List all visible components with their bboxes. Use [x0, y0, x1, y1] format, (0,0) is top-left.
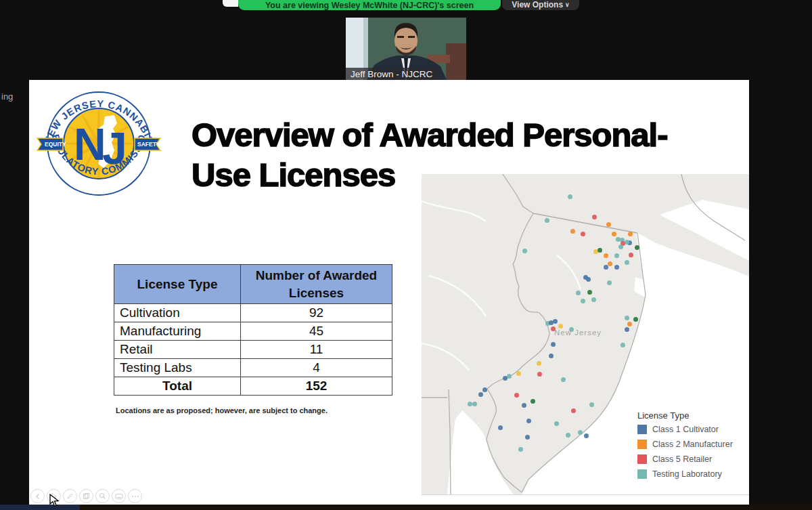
- license-dot: [608, 261, 612, 266]
- zoom-button[interactable]: [95, 489, 110, 503]
- equity-ribbon: EQUITY: [37, 138, 66, 150]
- license-dot: [607, 280, 612, 285]
- license-dot: [531, 399, 535, 404]
- license-dot: [614, 265, 619, 270]
- cell-license-type: Cultivation: [114, 304, 241, 322]
- license-dot: [472, 402, 477, 406]
- mouse-cursor: [49, 494, 60, 507]
- cell-count: 11: [241, 341, 392, 359]
- license-dot: [625, 316, 629, 320]
- license-dot: [628, 232, 633, 236]
- cell-license-type: Manufacturing: [114, 322, 241, 341]
- license-dot: [578, 430, 583, 435]
- license-dot: [551, 342, 556, 347]
- license-dot: [503, 376, 508, 381]
- slides-button[interactable]: [112, 489, 126, 503]
- state-label: New Jersey: [554, 328, 635, 337]
- legend-swatch: [637, 440, 647, 449]
- annotate-button[interactable]: [63, 489, 77, 503]
- license-dot: [498, 425, 503, 430]
- license-dot: [592, 215, 597, 219]
- license-dot: [551, 326, 556, 331]
- cell-license-type: Testing Labs: [114, 359, 241, 377]
- license-dot: [570, 229, 575, 234]
- license-dot: [629, 253, 633, 257]
- license-dot: [635, 245, 639, 250]
- license-dot: [606, 222, 611, 227]
- screen-share-banner: You are viewing Wesley McWhite (NJ-CRC)'…: [238, 0, 501, 10]
- clipped-side-label: ing: [1, 91, 13, 102]
- license-dot: [581, 232, 585, 236]
- license-dot: [591, 297, 596, 302]
- table-row: Cultivation92: [114, 304, 392, 322]
- license-dot: [482, 387, 487, 392]
- license-dot: [625, 260, 629, 265]
- license-dot: [597, 248, 602, 253]
- legend-item: Testing Laboratory: [637, 469, 733, 479]
- license-dot: [569, 327, 574, 332]
- license-map: New Jersey License Type Class 1 Cultivat…: [422, 174, 749, 495]
- license-table: License Type Number of Awarded Licenses …: [114, 264, 392, 396]
- license-dot: [554, 421, 559, 426]
- license-dot: [604, 265, 608, 270]
- magnifier-icon: [99, 492, 106, 500]
- license-dot: [627, 322, 632, 326]
- bottom-strip-accent: [0, 505, 80, 510]
- shared-slide: N J NEW JERSEY CANNABIS REGULATORY COMMI…: [29, 80, 749, 505]
- view-options-button[interactable]: View Options∨: [502, 0, 579, 10]
- license-dot: [526, 419, 531, 423]
- cell-count: 92: [241, 304, 392, 322]
- participant-name-tag: Jeff Brown - NJCRC: [346, 68, 438, 81]
- license-dot: [522, 403, 526, 408]
- back-icon: [35, 493, 41, 500]
- license-dot: [553, 319, 558, 324]
- license-dot: [584, 433, 589, 438]
- cell-license-type: Retail: [114, 341, 241, 359]
- license-dot: [571, 408, 576, 413]
- license-dot: [525, 435, 530, 440]
- license-dot: [522, 249, 527, 253]
- license-dot: [478, 392, 483, 397]
- view-options-label: View Options: [512, 0, 563, 9]
- license-dot: [589, 402, 594, 407]
- njcrc-logo: N J NEW JERSEY CANNABIS REGULATORY COMMI…: [36, 88, 162, 205]
- license-dot: [537, 361, 541, 366]
- table-total-row: Total152: [114, 377, 392, 396]
- license-dot: [561, 377, 566, 382]
- toolbar-notch: [223, 0, 238, 7]
- license-dot: [545, 218, 549, 223]
- participant-video[interactable]: Jeff Brown - NJCRC: [346, 18, 466, 81]
- cell-count: 45: [241, 322, 392, 341]
- chevron-down-icon: ∨: [565, 1, 570, 8]
- license-dot: [612, 232, 616, 236]
- legend-item: Class 2 Manufacturer: [637, 440, 733, 449]
- license-dot: [616, 237, 621, 242]
- license-dot: [621, 343, 625, 347]
- license-dot: [516, 371, 521, 376]
- annotation-toolbar: [30, 489, 142, 503]
- license-dot: [625, 327, 629, 332]
- cell-total-label: Total: [114, 377, 241, 396]
- license-dot: [586, 277, 591, 282]
- legend-item: Class 1 Cultivator: [637, 425, 733, 434]
- legend-label: Class 2 Manufacturer: [652, 440, 733, 449]
- safety-ribbon: SAFETY: [135, 138, 160, 150]
- copy-icon: [83, 492, 90, 500]
- license-dot: [514, 393, 519, 398]
- legend-label: Class 5 Retailer: [652, 454, 712, 464]
- back-button[interactable]: [30, 489, 45, 503]
- license-dot: [625, 240, 629, 245]
- more-button[interactable]: [128, 489, 142, 503]
- table-row: Retail11: [114, 341, 392, 359]
- license-dot: [587, 290, 592, 295]
- license-dot: [568, 194, 572, 199]
- license-dot: [614, 253, 619, 258]
- screen: You are viewing Wesley McWhite (NJ-CRC)'…: [0, 0, 812, 510]
- svg-text:SAFETY: SAFETY: [137, 141, 160, 148]
- table-header-number: Number of Awarded Licenses: [241, 265, 392, 304]
- copy-button[interactable]: [79, 489, 93, 503]
- legend-swatch: [637, 469, 647, 479]
- legend-swatch: [637, 425, 647, 434]
- legend-label: Class 1 Cultivator: [652, 425, 719, 434]
- legend-item: Class 5 Retailer: [637, 454, 733, 464]
